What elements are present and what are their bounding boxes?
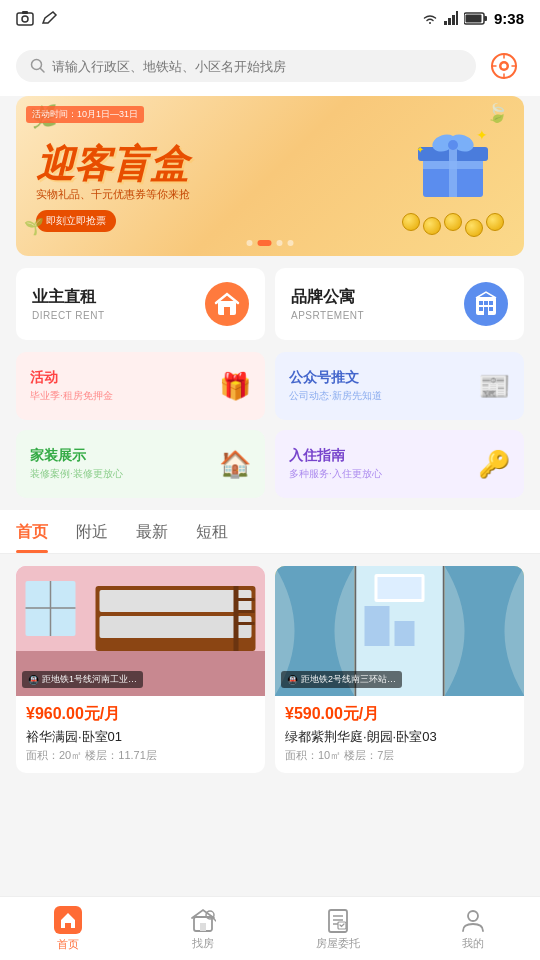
activity-tile-text: 活动 毕业季·租房免押金 xyxy=(30,369,113,403)
decoration-tile-text: 家装展示 装修案例·装修更放心 xyxy=(30,447,123,481)
svg-rect-24 xyxy=(224,307,230,315)
tab-home[interactable]: 首页 xyxy=(16,510,48,553)
banner-subtitle: 实物礼品、千元优惠券等你来抢 xyxy=(36,187,402,202)
status-left-icons xyxy=(16,10,58,26)
decoration-tile[interactable]: 家装展示 装修案例·装修更放心 🏠 xyxy=(16,430,265,498)
activity-tile[interactable]: 活动 毕业季·租房免押金 🎁 xyxy=(16,352,265,420)
svg-rect-17 xyxy=(423,161,483,169)
profile-nav-label: 我的 xyxy=(462,936,484,951)
listing-image-1: 🚇 距地铁1号线河南工业… xyxy=(16,566,265,696)
guide-tile[interactable]: 入住指南 多种服务·入住更放心 🔑 xyxy=(275,430,524,498)
svg-rect-0 xyxy=(17,13,33,25)
location-button[interactable] xyxy=(484,46,524,86)
svg-rect-43 xyxy=(237,622,255,625)
find-house-nav-icon xyxy=(190,907,216,933)
listing-info-1: ¥960.00元/月 裕华满园·卧室01 面积：20㎡ 楼层：11.71层 xyxy=(16,696,265,773)
listing-card-1[interactable]: 🚇 距地铁1号线河南工业… ¥960.00元/月 裕华满园·卧室01 面积：20… xyxy=(16,566,265,773)
content-tabs: 首页 附近 最新 短租 xyxy=(0,510,540,554)
tab-short-rent[interactable]: 短租 xyxy=(196,510,228,553)
nav-find-house[interactable]: 找房 xyxy=(135,897,270,960)
news-tile-title: 公众号推文 xyxy=(289,369,382,387)
commission-nav-icon xyxy=(325,907,351,933)
promo-banner[interactable]: 🌿 🍃 🌱 活动时间：10月1日—31日 迎客盲盒 实物礼品、千元优惠券等你来抢… xyxy=(16,96,524,256)
banner-content-right: ✦ ✦ xyxy=(402,115,504,237)
svg-rect-26 xyxy=(479,301,483,305)
listing-tag-1: 🚇 距地铁1号线河南工业… xyxy=(22,671,143,688)
brand-apartment-text: 品牌公寓 APSRTEMENT xyxy=(291,287,364,321)
svg-rect-4 xyxy=(448,18,451,25)
home-nav-label: 首页 xyxy=(57,937,79,952)
dot-3 xyxy=(277,240,283,246)
svg-rect-5 xyxy=(452,15,455,25)
listing-name-1: 裕华满园·卧室01 xyxy=(26,728,255,746)
svg-rect-56 xyxy=(200,923,206,931)
brand-apartment-sublabel: APSRTEMENT xyxy=(291,310,364,321)
nav-profile[interactable]: 我的 xyxy=(405,897,540,960)
svg-rect-49 xyxy=(443,566,445,696)
decoration-tile-title: 家装展示 xyxy=(30,447,123,465)
svg-rect-16 xyxy=(449,147,457,197)
news-tile[interactable]: 公众号推文 公司动态·新房先知道 📰 xyxy=(275,352,524,420)
activity-tile-subtitle: 毕业季·租房免押金 xyxy=(30,389,113,403)
svg-rect-3 xyxy=(444,21,447,25)
svg-text:✦: ✦ xyxy=(416,144,424,155)
listing-tag-2: 🚇 距地铁2号线南三环站… xyxy=(281,671,402,688)
gift-box-illustration: ✦ ✦ xyxy=(408,115,498,205)
svg-rect-2 xyxy=(22,11,28,14)
pen-icon xyxy=(40,10,58,26)
listing-detail-1: 面积：20㎡ 楼层：11.71层 xyxy=(26,748,255,763)
listings-grid: 🚇 距地铁1号线河南工业… ¥960.00元/月 裕华满园·卧室01 面积：20… xyxy=(0,554,540,785)
listing-card-2[interactable]: 🚇 距地铁2号线南三环站… ¥590.00元/月 绿都紫荆华庭·朗园·卧室03 … xyxy=(275,566,524,773)
service-cards-row: 业主直租 DIRECT RENT 品牌公寓 APSRTEMENT xyxy=(0,268,540,352)
direct-rent-text: 业主直租 DIRECT RENT xyxy=(32,287,105,321)
status-right-icons: 9:38 xyxy=(422,10,524,27)
search-input[interactable] xyxy=(52,59,462,74)
battery-icon xyxy=(464,12,488,25)
svg-rect-39 xyxy=(100,616,252,638)
home-nav-icon xyxy=(54,906,82,934)
leaf-decor-3: 🌱 xyxy=(24,217,44,236)
activity-tile-title: 活动 xyxy=(30,369,113,387)
listing-detail-2: 面积：10㎡ 楼层：7层 xyxy=(285,748,514,763)
listing-price-2: ¥590.00元/月 xyxy=(285,704,514,725)
nav-commission[interactable]: 房屋委托 xyxy=(270,897,405,960)
activity-tile-emoji: 🎁 xyxy=(219,371,251,402)
news-tile-text: 公众号推文 公司动态·新房先知道 xyxy=(289,369,382,403)
dot-2 xyxy=(258,240,272,246)
svg-point-64 xyxy=(468,911,478,921)
banner-content-left: 活动时间：10月1日—31日 迎客盲盒 实物礼品、千元优惠券等你来抢 即刻立即抢… xyxy=(36,121,402,232)
svg-rect-38 xyxy=(100,590,252,612)
svg-text:✦: ✦ xyxy=(476,127,488,143)
listing-image-2: 🚇 距地铁2号线南三环站… xyxy=(275,566,524,696)
brand-apartment-icon xyxy=(464,282,508,326)
profile-nav-icon xyxy=(460,907,486,933)
listing-name-2: 绿都紫荆华庭·朗园·卧室03 xyxy=(285,728,514,746)
status-bar: 9:38 xyxy=(0,0,540,36)
svg-rect-28 xyxy=(489,301,493,305)
direct-rent-card[interactable]: 业主直租 DIRECT RENT xyxy=(16,268,265,340)
svg-point-20 xyxy=(448,140,458,150)
svg-rect-51 xyxy=(365,606,390,646)
search-input-wrap[interactable] xyxy=(16,50,476,82)
search-icon xyxy=(30,58,46,74)
dot-4 xyxy=(288,240,294,246)
find-house-nav-label: 找房 xyxy=(192,936,214,951)
banner-cta-button[interactable]: 即刻立即抢票 xyxy=(36,210,116,232)
nav-home[interactable]: 首页 xyxy=(0,897,135,960)
svg-rect-52 xyxy=(395,621,415,646)
listing-info-2: ¥590.00元/月 绿都紫荆华庭·朗园·卧室03 面积：10㎡ 楼层：7层 xyxy=(275,696,524,773)
brand-apartment-label: 品牌公寓 xyxy=(291,287,364,308)
news-tile-subtitle: 公司动态·新房先知道 xyxy=(289,389,382,403)
brand-apartment-card[interactable]: 品牌公寓 APSRTEMENT xyxy=(275,268,524,340)
svg-rect-29 xyxy=(479,307,483,311)
signal-icon xyxy=(444,11,458,25)
banner-dots xyxy=(247,240,294,246)
guide-tile-text: 入住指南 多种服务·入住更放心 xyxy=(289,447,382,481)
guide-tile-subtitle: 多种服务·入住更放心 xyxy=(289,467,382,481)
tab-latest[interactable]: 最新 xyxy=(136,510,168,553)
tab-nearby[interactable]: 附近 xyxy=(76,510,108,553)
svg-point-13 xyxy=(502,64,507,69)
decoration-tile-emoji: 🏠 xyxy=(219,449,251,480)
svg-line-58 xyxy=(213,918,216,921)
bottom-navigation: 首页 找房 房屋委托 我的 xyxy=(0,896,540,960)
